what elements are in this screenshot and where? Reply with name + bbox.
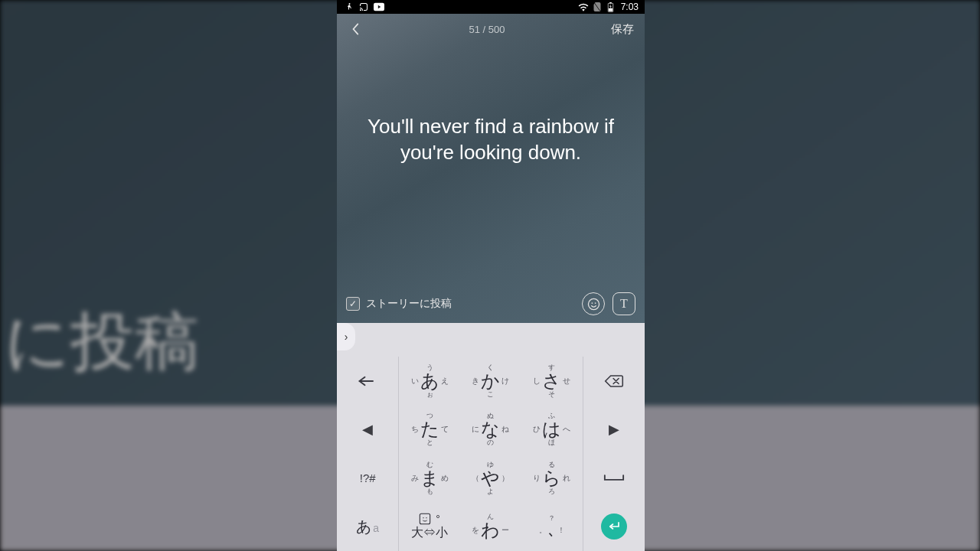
clock: 7:03 <box>621 2 639 12</box>
key-ka[interactable]: く きかけ こ <box>460 357 521 406</box>
smiley-icon <box>419 513 431 525</box>
svg-point-5 <box>588 298 599 309</box>
battery-icon <box>606 2 616 12</box>
phone-frame: 7:03 51 / 500 保存 You'll never find a rai… <box>337 0 645 551</box>
key-punct[interactable]: ？ 。､！ <box>521 503 583 552</box>
keyboard: › う いあえ ぉ く きかけ こ す しさせ そ <box>337 323 645 551</box>
space-key[interactable] <box>583 454 645 503</box>
youtube-icon <box>374 2 384 12</box>
svg-rect-8 <box>420 514 430 523</box>
cast-icon <box>358 2 369 12</box>
enter-icon <box>601 514 627 540</box>
key-sa[interactable]: す しさせ そ <box>521 357 583 406</box>
svg-point-7 <box>594 302 596 304</box>
key-wa[interactable]: ん をわー <box>460 503 521 552</box>
key-ta[interactable]: つ ちたて と <box>398 406 459 455</box>
bd-story: ✓ ストーリーに投稿 <box>0 298 199 386</box>
svg-rect-3 <box>609 2 612 3</box>
undo-key[interactable] <box>337 357 398 406</box>
kana-size-emoji-key[interactable]: ° 大⇔小 <box>398 503 459 552</box>
svg-point-10 <box>426 517 427 518</box>
checkbox-icon: ✓ <box>346 297 360 311</box>
runner-icon <box>343 2 354 12</box>
svg-point-0 <box>349 3 351 5</box>
svg-point-6 <box>591 302 593 304</box>
svg-point-9 <box>423 517 424 518</box>
key-ha[interactable]: ふ ひはへ ほ <box>521 406 583 455</box>
text-style-button[interactable]: T <box>612 292 635 315</box>
key-a[interactable]: う いあえ ぉ <box>398 357 459 406</box>
cursor-left-key[interactable]: ◀ <box>337 406 398 455</box>
key-ra[interactable]: る りられ ろ <box>521 454 583 503</box>
backspace-key[interactable] <box>583 357 645 406</box>
quote-text[interactable]: You'll never find a rainbow if you're lo… <box>352 113 629 165</box>
save-button[interactable]: 保存 <box>611 22 634 37</box>
status-bar: 7:03 <box>337 0 645 14</box>
symbols-key[interactable]: !?# <box>337 454 398 503</box>
input-mode-key[interactable]: あa <box>337 503 398 552</box>
enter-key[interactable] <box>583 503 645 552</box>
char-counter: 51 / 500 <box>469 24 505 35</box>
key-na[interactable]: ぬ になね の <box>460 406 521 455</box>
editor-canvas: 51 / 500 保存 You'll never find a rainbow … <box>337 14 645 323</box>
key-ya[interactable]: ゆ （や） よ <box>460 454 521 503</box>
svg-rect-4 <box>609 8 612 11</box>
back-button[interactable] <box>348 14 363 44</box>
key-ma[interactable]: む みまめ も <box>398 454 459 503</box>
no-sim-icon <box>592 2 603 12</box>
wifi-icon <box>578 2 589 12</box>
story-label: ストーリーに投稿 <box>366 297 452 311</box>
cursor-right-key[interactable]: ▶ <box>583 406 645 455</box>
post-to-story-toggle[interactable]: ✓ ストーリーに投稿 <box>346 297 452 311</box>
keyboard-expand-tab[interactable]: › <box>337 323 355 350</box>
emoji-button[interactable] <box>582 292 605 315</box>
